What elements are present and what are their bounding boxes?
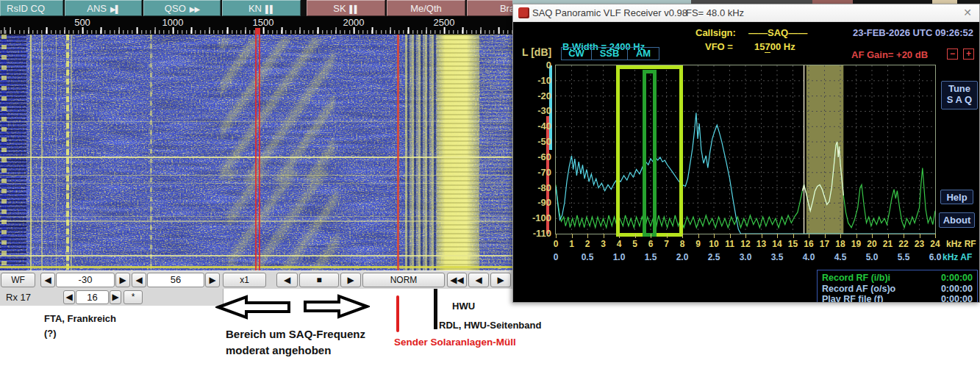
step-right-button[interactable]: ▶ bbox=[490, 273, 511, 287]
rewind-button[interactable]: ◀◀ bbox=[447, 273, 467, 287]
playback-glyph-icon: ▌▌ bbox=[265, 5, 274, 13]
macro-button-kn[interactable]: KN▌▌ bbox=[222, 0, 301, 16]
af-gain-minus-button[interactable]: − bbox=[947, 49, 958, 60]
waterfall-carrier-line bbox=[56, 35, 57, 270]
tune-saq-button[interactable]: TuneS A Q bbox=[941, 81, 978, 109]
left-arrow-icon bbox=[218, 297, 289, 317]
af-gain-plus-button[interactable]: + bbox=[963, 49, 974, 60]
fldigi-rx-row: Rx 17◀16▶* bbox=[0, 289, 223, 306]
annotation-black-marker-line bbox=[434, 289, 437, 329]
waterfall-carrier-line bbox=[150, 35, 152, 270]
waterfall-carrier-line bbox=[30, 35, 32, 270]
x-tick-mark bbox=[793, 234, 794, 238]
annotation-bereich: Bereich um SAQ-Frequenzmoderat angehoben bbox=[226, 326, 365, 359]
y-tick-label: -110 bbox=[521, 228, 551, 239]
x-tick-label-rf: 12 bbox=[740, 239, 750, 249]
mode-button-am[interactable]: AM bbox=[627, 47, 659, 60]
y-tick-label: -10 bbox=[521, 75, 551, 86]
macro-button-qso[interactable]: QSO▶▶ bbox=[143, 0, 221, 16]
app-icon bbox=[518, 7, 529, 18]
x-tick-mark bbox=[682, 234, 683, 238]
af-gain-label: AF Gain= +20 dB bbox=[851, 49, 928, 60]
lower-signal-inc-button[interactable]: ▶ bbox=[115, 273, 130, 287]
help-button[interactable]: Help bbox=[940, 190, 973, 204]
spectrum-plot[interactable] bbox=[556, 65, 935, 234]
record-row[interactable]: Play RF file (f)0:00:00 bbox=[822, 294, 973, 303]
fldigi-frequency-scale[interactable]: 5001000150020002500 bbox=[0, 16, 512, 35]
rx-dec-button[interactable]: ◀ bbox=[63, 290, 75, 304]
waterfall-hwu-signal-band bbox=[437, 35, 479, 270]
window-title: SAQ Panoramic VLF Receiver v0.98 bbox=[532, 7, 687, 18]
norm-button[interactable]: NORM bbox=[362, 273, 445, 287]
range-dec-button[interactable]: ◀ bbox=[132, 273, 146, 287]
waterfall-carrier-line bbox=[66, 35, 69, 270]
x-tick-mark bbox=[872, 234, 873, 238]
x-tick-mark bbox=[745, 234, 746, 238]
waterfall-diagonal-streaks bbox=[221, 38, 335, 182]
rx-value-field[interactable]: 16 bbox=[76, 290, 109, 304]
x-tick-label-rf: 19 bbox=[851, 239, 861, 249]
callsign-label: Callsign: bbox=[695, 27, 736, 38]
wf-range-field[interactable]: 56 bbox=[147, 273, 204, 287]
x-axis-rf-unit: kHz RF bbox=[946, 239, 976, 249]
wf-mode-button[interactable]: WF bbox=[1, 273, 35, 287]
x-tick-mark bbox=[856, 234, 857, 238]
mode-button-cw[interactable]: CW bbox=[561, 47, 592, 60]
lower-signal-dec-button[interactable]: ◀ bbox=[40, 273, 55, 287]
zoom-x1-button[interactable]: x1 bbox=[223, 273, 266, 287]
vfo-value[interactable]: 15700 Hz bbox=[754, 41, 795, 52]
playback-glyph-icon: ▶▌ bbox=[110, 5, 120, 13]
saq-titlebar[interactable]: SAQ Panoramic VLF Receiver v0.98 FS= 48.… bbox=[513, 4, 979, 22]
x-tick-label-rf: 3 bbox=[601, 239, 606, 249]
playback-glyph-icon: ▶▶ bbox=[190, 5, 199, 13]
x-tick-mark bbox=[587, 234, 588, 238]
waterfall-channel-cursor[interactable] bbox=[255, 35, 260, 270]
record-row[interactable]: Record RF (i/b)i0:00:00 bbox=[822, 273, 973, 284]
annotation-solar: Sender Solaranlagen-Müll bbox=[394, 337, 516, 348]
mode-button-ssb[interactable]: SSB bbox=[591, 47, 628, 60]
macro-button-bra[interactable]: Bra bbox=[467, 0, 512, 16]
fldigi-macro-button-row: RsID CQANS▶▌QSO▶▶KN▌▌SK▌▌Me/QthBra bbox=[0, 0, 512, 16]
rx-mode-label: Rx 17 bbox=[6, 292, 31, 303]
x-tick-label-rf: 18 bbox=[835, 239, 845, 249]
stop-button[interactable]: ■ bbox=[299, 273, 339, 287]
waterfall-left-edge-signal bbox=[1, 35, 7, 270]
x-tick-mark bbox=[667, 234, 668, 238]
x-tick-label-rf: 0 bbox=[554, 239, 559, 249]
x-tick-mark bbox=[809, 234, 809, 238]
x-tick-label-rf: 6 bbox=[648, 239, 654, 249]
wf-lower-limit-field[interactable]: -30 bbox=[56, 273, 115, 287]
x-tick-mark bbox=[635, 234, 636, 238]
right-arrow-icon bbox=[305, 296, 367, 317]
y-tick-label: -60 bbox=[521, 151, 551, 162]
x-tick-mark bbox=[714, 234, 715, 238]
rx-inc-button[interactable]: ▶ bbox=[110, 290, 121, 304]
scale-label: 500 bbox=[74, 17, 90, 28]
annotation-hwu: HWU bbox=[452, 301, 475, 312]
x-tick-mark bbox=[619, 234, 620, 238]
rx-star-button[interactable]: * bbox=[124, 290, 143, 304]
macro-button-sk[interactable]: SK▌▌ bbox=[307, 0, 385, 16]
record-row[interactable]: Record AF (o/s)o0:00:00 bbox=[822, 284, 973, 295]
scroll-right-button[interactable]: ▶ bbox=[340, 273, 361, 287]
x-tick-mark bbox=[920, 234, 920, 238]
x-tick-mark bbox=[604, 234, 604, 238]
macro-button-me-qth[interactable]: Me/Qth bbox=[387, 0, 465, 16]
range-inc-button[interactable]: ▶ bbox=[205, 273, 220, 287]
x-tick-mark bbox=[698, 234, 699, 238]
x-tick-mark bbox=[888, 234, 889, 238]
macro-button-ans[interactable]: ANS▶▌ bbox=[65, 0, 142, 16]
scroll-left-button[interactable]: ◀ bbox=[276, 273, 298, 287]
x-tick-label-rf: 23 bbox=[915, 239, 924, 249]
fldigi-waterfall[interactable] bbox=[0, 35, 512, 270]
x-tick-mark bbox=[556, 234, 557, 238]
record-status-box[interactable]: Record RF (i/b)i0:00:00Record AF (o/s)o0… bbox=[817, 270, 978, 303]
step-left-button[interactable]: ◀ bbox=[468, 273, 489, 287]
about-button[interactable]: About bbox=[939, 212, 975, 228]
waterfall-solar-marker-line bbox=[397, 35, 399, 270]
x-axis-af-unit: kHz AF bbox=[943, 252, 972, 262]
close-icon[interactable]: ✕ bbox=[963, 7, 972, 18]
scale-label: 2500 bbox=[434, 17, 455, 28]
x-tick-label-rf: 22 bbox=[898, 239, 908, 249]
macro-button-rsid-cq[interactable]: RsID CQ bbox=[0, 0, 63, 16]
